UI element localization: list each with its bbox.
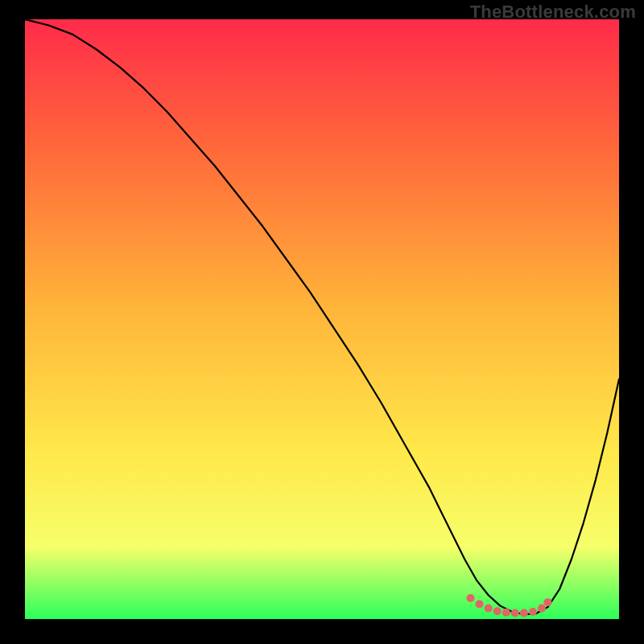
optimal-marker <box>467 594 475 602</box>
chart-svg <box>25 19 619 619</box>
optimal-marker <box>493 607 502 615</box>
optimal-marker <box>543 598 551 606</box>
optimal-marker <box>502 609 510 617</box>
optimal-marker <box>476 600 484 608</box>
optimal-marker <box>520 609 528 617</box>
plot-area <box>25 19 619 619</box>
optimal-marker <box>485 605 493 613</box>
optimal-marker <box>511 609 519 617</box>
gradient-background <box>25 19 619 619</box>
optimal-marker <box>538 605 546 613</box>
watermark-text: TheBottleneck.com <box>470 2 636 23</box>
optimal-marker <box>529 608 537 616</box>
chart-frame: TheBottleneck.com <box>0 0 644 644</box>
